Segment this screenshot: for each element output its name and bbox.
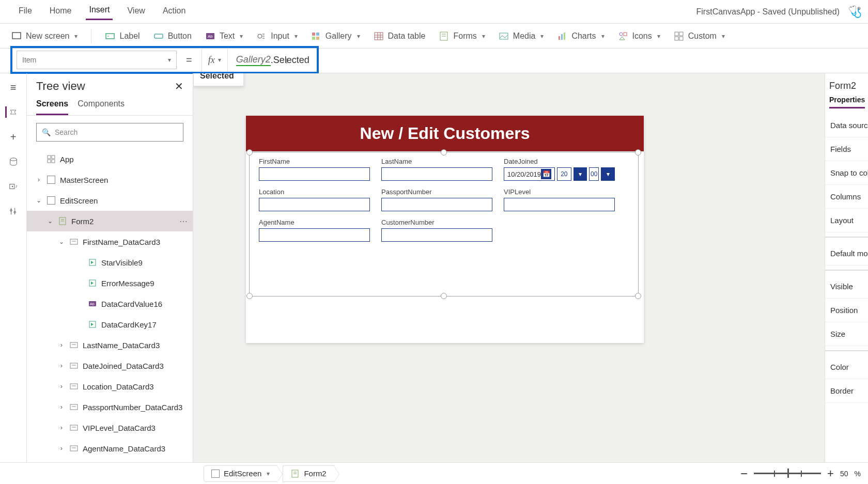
- close-icon[interactable]: ✕: [175, 80, 183, 92]
- formula-input[interactable]: Gallery2.Sel|ected: [233, 48, 313, 72]
- intellisense-popup[interactable]: Selected: [193, 73, 244, 86]
- prop-row-color[interactable]: Color: [825, 355, 868, 379]
- gallery-button[interactable]: Gallery▾: [311, 31, 360, 41]
- prop-row-border[interactable]: Border: [825, 379, 868, 403]
- input-customernumber[interactable]: [381, 228, 492, 242]
- caret-icon[interactable]: ›: [58, 403, 65, 411]
- input-agentname[interactable]: [259, 228, 370, 242]
- resize-handle[interactable]: [635, 149, 641, 155]
- resize-handle[interactable]: [635, 293, 641, 299]
- tree-node-firstname_datacard3[interactable]: ⌄FirstName_DataCard3: [27, 231, 193, 252]
- tree-node-lastname_datacard3[interactable]: ›LastName_DataCard3: [27, 335, 193, 355]
- input-lastname[interactable]: [381, 167, 492, 181]
- zoom-slider[interactable]: [754, 473, 821, 474]
- fx-button[interactable]: fx ▾: [202, 48, 228, 72]
- charts-button[interactable]: Charts▾: [557, 31, 604, 41]
- input-button[interactable]: Input▾: [256, 31, 298, 41]
- caret-icon[interactable]: ›: [58, 341, 65, 349]
- icons-button[interactable]: Icons▾: [618, 31, 660, 41]
- caret-icon[interactable]: ›: [58, 383, 65, 390]
- tree-node-masterscreen[interactable]: ›MasterScreen: [27, 169, 193, 190]
- tree-node-agentname_datacard3[interactable]: ›AgentName_DataCard3: [27, 438, 193, 459]
- zoom-in-button[interactable]: +: [827, 467, 834, 480]
- hamburger-icon[interactable]: ≡: [8, 82, 19, 93]
- tab-screens[interactable]: Screens: [36, 99, 68, 115]
- tab-properties[interactable]: Properties: [829, 96, 865, 108]
- card-datejoined[interactable]: DateJoined 10/20/2019 📅 20 ▾ 00 ▾: [504, 158, 615, 181]
- prop-row-layout[interactable]: Layout: [825, 209, 868, 232]
- menu-file[interactable]: File: [16, 4, 35, 20]
- tree-node-datejoined_datacard3[interactable]: ›DateJoined_DataCard3: [27, 355, 193, 376]
- menu-home[interactable]: Home: [47, 4, 75, 20]
- resize-handle[interactable]: [441, 149, 447, 155]
- caret-icon[interactable]: ⌄: [35, 197, 42, 204]
- resize-handle[interactable]: [246, 293, 253, 299]
- label-button[interactable]: Label: [105, 31, 140, 41]
- menu-action[interactable]: Action: [160, 4, 189, 20]
- caret-icon[interactable]: ›: [58, 362, 65, 369]
- media-button[interactable]: Media▾: [499, 31, 544, 41]
- canvas-area[interactable]: Selected New / Edit Customers FirstName …: [193, 73, 825, 462]
- zoom-out-button[interactable]: −: [740, 466, 748, 481]
- prop-row-snap-to-colu[interactable]: Snap to colu: [825, 161, 868, 185]
- prop-row-size[interactable]: Size: [825, 322, 868, 346]
- prop-row-visible[interactable]: Visible: [825, 275, 868, 299]
- media-rail-icon[interactable]: ♪: [8, 181, 19, 192]
- chevron-down-icon[interactable]: ▾: [267, 470, 270, 477]
- prop-row-fields[interactable]: Fields: [825, 137, 868, 161]
- card-customernumber[interactable]: CustomerNumber: [381, 218, 492, 242]
- input-viplevel[interactable]: [504, 198, 615, 211]
- minute-dropdown[interactable]: 00: [589, 167, 599, 181]
- tree-search-input[interactable]: 🔍 Search: [36, 123, 183, 142]
- card-viplevel[interactable]: VIPLevel: [504, 188, 615, 211]
- tree-node-form2[interactable]: ⌄Form2⋯: [27, 211, 193, 231]
- hour-dropdown[interactable]: 20: [557, 167, 571, 181]
- caret-icon[interactable]: ⌄: [47, 217, 54, 225]
- prop-row-position[interactable]: Position: [825, 299, 868, 322]
- caret-icon[interactable]: ⌄: [58, 238, 65, 245]
- crumb-editscreen[interactable]: EditScreen ▾: [204, 465, 277, 482]
- hour-chevron[interactable]: ▾: [574, 167, 587, 181]
- datepicker-input[interactable]: 10/20/2019 📅: [504, 167, 555, 181]
- advanced-icon[interactable]: [8, 206, 19, 217]
- prop-row-data-source[interactable]: Data source: [825, 114, 868, 137]
- menu-view[interactable]: View: [124, 4, 148, 20]
- card-passport[interactable]: PassportNumber: [381, 188, 492, 211]
- caret-icon[interactable]: ›: [35, 176, 42, 183]
- tree-node-viplevel_datacard3[interactable]: ›VIPLevel_DataCard3: [27, 417, 193, 438]
- input-passport[interactable]: [381, 198, 492, 211]
- tree-node-editscreen[interactable]: ⌄EditScreen: [27, 190, 193, 211]
- tree-node-passportnumber_datacard3[interactable]: ›PassportNumber_DataCard3: [27, 397, 193, 417]
- custom-button[interactable]: Custom▾: [674, 31, 725, 41]
- add-icon[interactable]: +: [8, 131, 19, 143]
- tree-node-errormessage9[interactable]: ·ErrorMessage9: [27, 273, 193, 293]
- forms-button[interactable]: Forms▾: [439, 31, 485, 41]
- tree-node-app[interactable]: › App: [27, 149, 193, 169]
- menu-insert[interactable]: Insert: [86, 3, 113, 20]
- more-icon[interactable]: ⋯: [179, 216, 193, 226]
- diagnostics-icon[interactable]: 🩺: [848, 5, 862, 19]
- tree-node-location_datacard3[interactable]: ›Location_DataCard3: [27, 376, 193, 397]
- datatable-button[interactable]: Data table: [374, 31, 426, 41]
- tree-node-datacardkey17[interactable]: ·DataCardKey17: [27, 314, 193, 335]
- form2-selection-box[interactable]: FirstName LastName DateJoined 10/20/2019…: [249, 152, 639, 296]
- text-button[interactable]: Ab Text▾: [205, 31, 243, 41]
- caret-icon[interactable]: ›: [58, 424, 65, 431]
- resize-handle[interactable]: [246, 149, 253, 155]
- tree-node-starvisible9[interactable]: ·StarVisible9: [27, 252, 193, 273]
- minute-chevron[interactable]: ▾: [601, 167, 615, 181]
- resize-handle[interactable]: [441, 293, 447, 299]
- crumb-form2[interactable]: Form2: [283, 465, 334, 482]
- input-firstname[interactable]: [259, 167, 370, 181]
- property-dropdown[interactable]: Item ▾: [17, 51, 177, 69]
- prop-row-default-mod[interactable]: Default mod: [825, 242, 868, 266]
- new-screen-button[interactable]: New screen▾: [11, 31, 78, 41]
- tree-node-datacardvalue16[interactable]: ·AbDataCardValue16: [27, 293, 193, 314]
- tree-view-icon[interactable]: [5, 106, 17, 118]
- input-location[interactable]: [259, 198, 370, 211]
- data-icon[interactable]: [8, 156, 19, 167]
- tab-components[interactable]: Components: [78, 99, 125, 115]
- card-location[interactable]: Location: [259, 188, 370, 211]
- caret-icon[interactable]: ›: [58, 445, 65, 452]
- card-agentname[interactable]: AgentName: [259, 218, 370, 242]
